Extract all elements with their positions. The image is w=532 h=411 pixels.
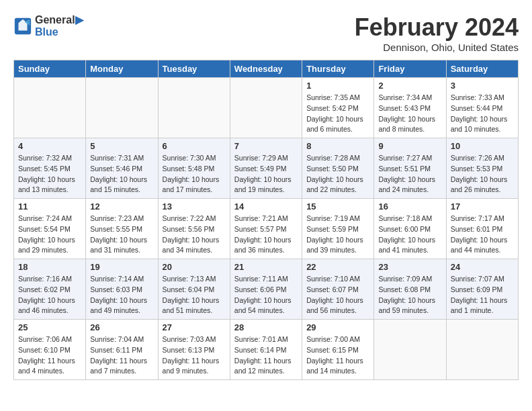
- calendar-cell: [230, 78, 302, 138]
- weekday-header-wednesday: Wednesday: [230, 60, 302, 78]
- day-number: 24: [451, 262, 514, 272]
- day-info: Sunrise: 7:33 AM Sunset: 5:44 PM Dayligh…: [451, 93, 514, 135]
- day-number: 2: [378, 81, 441, 91]
- weekday-header-friday: Friday: [374, 60, 446, 78]
- calendar-cell: 8Sunrise: 7:28 AM Sunset: 5:50 PM Daylig…: [302, 138, 374, 199]
- page-header: General▶ Blue February 2024 Dennison, Oh…: [13, 13, 519, 53]
- title-section: February 2024 Dennison, Ohio, United Sta…: [355, 13, 519, 53]
- weekday-header-thursday: Thursday: [302, 60, 374, 78]
- calendar-table: SundayMondayTuesdayWednesdayThursdayFrid…: [13, 60, 519, 380]
- day-number: 20: [163, 262, 226, 272]
- weekday-header-sunday: Sunday: [14, 60, 86, 78]
- calendar-cell: 19Sunrise: 7:14 AM Sunset: 6:03 PM Dayli…: [86, 259, 158, 320]
- day-info: Sunrise: 7:31 AM Sunset: 5:46 PM Dayligh…: [90, 153, 153, 195]
- day-number: 19: [90, 262, 153, 272]
- month-title: February 2024: [355, 13, 519, 42]
- day-number: 17: [451, 201, 514, 212]
- calendar-cell: [374, 320, 446, 380]
- calendar-cell: 15Sunrise: 7:19 AM Sunset: 5:59 PM Dayli…: [302, 199, 374, 259]
- day-number: 22: [306, 262, 369, 272]
- weekday-header-saturday: Saturday: [446, 60, 518, 78]
- day-info: Sunrise: 7:01 AM Sunset: 6:14 PM Dayligh…: [234, 334, 298, 377]
- day-info: Sunrise: 7:29 AM Sunset: 5:49 PM Dayligh…: [234, 153, 298, 195]
- calendar-cell: 13Sunrise: 7:22 AM Sunset: 5:56 PM Dayli…: [158, 199, 230, 259]
- calendar-cell: 9Sunrise: 7:27 AM Sunset: 5:51 PM Daylig…: [374, 138, 446, 199]
- logo-icon: [13, 17, 32, 36]
- calendar-cell: 17Sunrise: 7:17 AM Sunset: 6:01 PM Dayli…: [446, 199, 518, 259]
- calendar-cell: 18Sunrise: 7:16 AM Sunset: 6:02 PM Dayli…: [14, 259, 86, 320]
- calendar-cell: 24Sunrise: 7:07 AM Sunset: 6:09 PM Dayli…: [446, 259, 518, 320]
- day-info: Sunrise: 7:17 AM Sunset: 6:01 PM Dayligh…: [451, 214, 514, 256]
- calendar-week-5: 25Sunrise: 7:06 AM Sunset: 6:10 PM Dayli…: [14, 320, 519, 380]
- calendar-week-1: 1Sunrise: 7:35 AM Sunset: 5:42 PM Daylig…: [14, 78, 519, 138]
- weekday-header-monday: Monday: [86, 60, 158, 78]
- calendar-cell: [86, 78, 158, 138]
- day-info: Sunrise: 7:03 AM Sunset: 6:13 PM Dayligh…: [163, 334, 226, 377]
- calendar-cell: 1Sunrise: 7:35 AM Sunset: 5:42 PM Daylig…: [302, 78, 374, 138]
- location-title: Dennison, Ohio, United States: [355, 42, 519, 53]
- day-info: Sunrise: 7:16 AM Sunset: 6:02 PM Dayligh…: [18, 274, 81, 316]
- calendar-cell: 21Sunrise: 7:11 AM Sunset: 6:06 PM Dayli…: [230, 259, 302, 320]
- day-number: 3: [451, 81, 514, 91]
- day-number: 29: [306, 322, 369, 332]
- day-number: 14: [234, 201, 298, 212]
- day-info: Sunrise: 7:21 AM Sunset: 5:57 PM Dayligh…: [234, 214, 298, 256]
- day-info: Sunrise: 7:19 AM Sunset: 5:59 PM Dayligh…: [306, 214, 369, 256]
- day-number: 11: [18, 201, 81, 212]
- calendar-cell: 2Sunrise: 7:34 AM Sunset: 5:43 PM Daylig…: [374, 78, 446, 138]
- calendar-week-2: 4Sunrise: 7:32 AM Sunset: 5:45 PM Daylig…: [14, 138, 519, 199]
- day-info: Sunrise: 7:11 AM Sunset: 6:06 PM Dayligh…: [234, 274, 298, 316]
- day-number: 21: [234, 262, 298, 272]
- day-info: Sunrise: 7:10 AM Sunset: 6:07 PM Dayligh…: [306, 274, 369, 316]
- day-number: 1: [306, 81, 369, 91]
- day-number: 5: [90, 141, 153, 151]
- calendar-cell: 22Sunrise: 7:10 AM Sunset: 6:07 PM Dayli…: [302, 259, 374, 320]
- calendar-cell: 6Sunrise: 7:30 AM Sunset: 5:48 PM Daylig…: [158, 138, 230, 199]
- day-number: 7: [234, 141, 298, 151]
- day-number: 8: [306, 141, 369, 151]
- day-info: Sunrise: 7:32 AM Sunset: 5:45 PM Dayligh…: [18, 153, 81, 195]
- day-info: Sunrise: 7:26 AM Sunset: 5:53 PM Dayligh…: [451, 153, 514, 195]
- day-number: 12: [90, 201, 153, 212]
- calendar-cell: 16Sunrise: 7:18 AM Sunset: 6:00 PM Dayli…: [374, 199, 446, 259]
- calendar-body: 1Sunrise: 7:35 AM Sunset: 5:42 PM Daylig…: [14, 78, 519, 380]
- calendar-cell: 29Sunrise: 7:00 AM Sunset: 6:15 PM Dayli…: [302, 320, 374, 380]
- day-info: Sunrise: 7:28 AM Sunset: 5:50 PM Dayligh…: [306, 153, 369, 195]
- calendar-cell: 25Sunrise: 7:06 AM Sunset: 6:10 PM Dayli…: [14, 320, 86, 380]
- calendar-cell: 20Sunrise: 7:13 AM Sunset: 6:04 PM Dayli…: [158, 259, 230, 320]
- day-number: 27: [163, 322, 226, 332]
- calendar-cell: [14, 78, 86, 138]
- calendar-cell: 11Sunrise: 7:24 AM Sunset: 5:54 PM Dayli…: [14, 199, 86, 259]
- day-info: Sunrise: 7:24 AM Sunset: 5:54 PM Dayligh…: [18, 214, 81, 256]
- day-info: Sunrise: 7:13 AM Sunset: 6:04 PM Dayligh…: [163, 274, 226, 316]
- day-number: 25: [18, 322, 81, 332]
- logo: General▶ Blue: [13, 13, 83, 38]
- day-info: Sunrise: 7:34 AM Sunset: 5:43 PM Dayligh…: [378, 93, 441, 135]
- day-number: 26: [90, 322, 153, 332]
- day-number: 23: [378, 262, 441, 272]
- calendar-cell: 12Sunrise: 7:23 AM Sunset: 5:55 PM Dayli…: [86, 199, 158, 259]
- day-number: 10: [451, 141, 514, 151]
- day-info: Sunrise: 7:22 AM Sunset: 5:56 PM Dayligh…: [163, 214, 226, 256]
- calendar-cell: [158, 78, 230, 138]
- calendar-header-row: SundayMondayTuesdayWednesdayThursdayFrid…: [14, 60, 519, 78]
- calendar-week-4: 18Sunrise: 7:16 AM Sunset: 6:02 PM Dayli…: [14, 259, 519, 320]
- day-number: 13: [163, 201, 226, 212]
- day-info: Sunrise: 7:07 AM Sunset: 6:09 PM Dayligh…: [451, 274, 514, 316]
- day-info: Sunrise: 7:00 AM Sunset: 6:15 PM Dayligh…: [306, 334, 369, 377]
- logo-text: General▶ Blue: [35, 13, 83, 38]
- day-info: Sunrise: 7:27 AM Sunset: 5:51 PM Dayligh…: [378, 153, 441, 195]
- calendar-cell: [446, 320, 518, 380]
- day-number: 15: [306, 201, 369, 212]
- day-number: 16: [378, 201, 441, 212]
- calendar-cell: 23Sunrise: 7:09 AM Sunset: 6:08 PM Dayli…: [374, 259, 446, 320]
- calendar-cell: 10Sunrise: 7:26 AM Sunset: 5:53 PM Dayli…: [446, 138, 518, 199]
- day-info: Sunrise: 7:35 AM Sunset: 5:42 PM Dayligh…: [306, 93, 369, 135]
- calendar-cell: 28Sunrise: 7:01 AM Sunset: 6:14 PM Dayli…: [230, 320, 302, 380]
- day-info: Sunrise: 7:14 AM Sunset: 6:03 PM Dayligh…: [90, 274, 153, 316]
- calendar-cell: 3Sunrise: 7:33 AM Sunset: 5:44 PM Daylig…: [446, 78, 518, 138]
- day-info: Sunrise: 7:23 AM Sunset: 5:55 PM Dayligh…: [90, 214, 153, 256]
- day-number: 18: [18, 262, 81, 272]
- calendar-cell: 5Sunrise: 7:31 AM Sunset: 5:46 PM Daylig…: [86, 138, 158, 199]
- day-info: Sunrise: 7:04 AM Sunset: 6:11 PM Dayligh…: [90, 334, 153, 377]
